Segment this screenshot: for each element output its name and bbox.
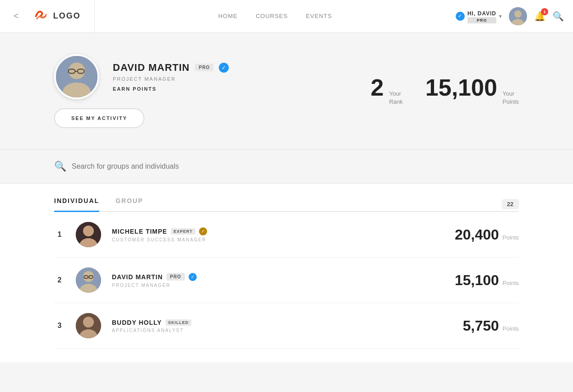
- tab-group[interactable]: GROUP: [116, 197, 143, 212]
- item-info-3: BUDDY HOLLY SKILLED APPLICATIONS ANALYST: [112, 319, 452, 333]
- verified-icon: ✓: [456, 12, 465, 21]
- main-nav: HOME COURSES EVENTS: [95, 13, 456, 19]
- item-points-group-1: 20,400 Points: [455, 226, 519, 243]
- profile-banner: DAVID MARTIN PRO ✓ PROJECT MANAGER EARN …: [0, 32, 573, 150]
- points-label-2: Points: [503, 280, 519, 286]
- avatar-3: [76, 313, 101, 338]
- back-button[interactable]: <: [9, 11, 23, 21]
- search-icon[interactable]: 🔍: [553, 11, 564, 22]
- item-name-row-1: MICHELE TIMPE EXPERT ✓: [112, 227, 444, 235]
- rank-2: 2: [54, 276, 65, 284]
- logo-text: LOGO: [53, 11, 81, 21]
- svg-point-5: [69, 62, 85, 79]
- rank-number: 2: [371, 76, 384, 99]
- search-section: 🔍: [0, 150, 573, 184]
- item-points-3: 5,750: [463, 318, 499, 334]
- points-label-3: Points: [503, 325, 519, 332]
- tab-individual[interactable]: INDIVIDUAL: [54, 197, 99, 212]
- avatar-1-image: [76, 222, 101, 247]
- item-name-3: BUDDY HOLLY: [112, 319, 162, 326]
- points-label: YourPoints: [503, 90, 519, 106]
- nav-courses[interactable]: COURSES: [256, 13, 288, 19]
- rank-stat: 2 YourRank: [371, 76, 403, 106]
- leaderboard-list: 1 MICHELE TIMPE EXPERT ✓ CUSTOMER SUCCES…: [54, 212, 519, 349]
- chevron-down-icon: ▾: [499, 13, 502, 19]
- profile-verified-icon: ✓: [219, 63, 229, 73]
- svg-point-20: [83, 317, 94, 327]
- rank-3: 3: [54, 322, 65, 330]
- item-name-2: DAVID MARTIN: [112, 273, 163, 281]
- profile-title: PROJECT MANAGER: [113, 76, 229, 82]
- avatar-1: [76, 222, 101, 247]
- profile-top-row: DAVID MARTIN PRO ✓ PROJECT MANAGER EARN …: [54, 54, 229, 99]
- item-title-3: APPLICATIONS ANALYST: [112, 328, 452, 333]
- item-points-group-2: 15,100 Points: [455, 272, 519, 289]
- header-pro-badge: PRO: [467, 17, 496, 23]
- avatar-header-image: [509, 7, 527, 25]
- skilled-badge-3: SKILLED: [166, 319, 192, 326]
- table-row: 2 DAVID MARTIN PRO ✓ PROJECT MANAGER: [54, 258, 519, 303]
- nav-home[interactable]: HOME: [218, 13, 238, 19]
- logo-icon: [32, 8, 50, 25]
- table-row: 3 BUDDY HOLLY SKILLED APPLICATIONS ANALY…: [54, 303, 519, 349]
- item-name-1: MICHELE TIMPE: [112, 228, 167, 235]
- item-info-1: MICHELE TIMPE EXPERT ✓ CUSTOMER SUCCESS …: [112, 227, 444, 242]
- notification-badge: 1: [541, 8, 548, 15]
- tabs-row: INDIVIDUAL GROUP 22: [54, 197, 519, 212]
- item-title-1: CUSTOMER SUCCESS MANAGER: [112, 237, 444, 242]
- rank-1: 1: [54, 231, 65, 239]
- greeting-info: HI, DAVID PRO: [467, 9, 496, 23]
- svg-point-11: [83, 226, 94, 236]
- avatar-2-image: [76, 267, 101, 293]
- expert-badge-1: EXPERT: [171, 228, 195, 235]
- search-input[interactable]: [72, 162, 252, 171]
- profile-name-row: DAVID MARTIN PRO ✓: [113, 62, 229, 74]
- item-points-group-3: 5,750 Points: [463, 318, 519, 334]
- rank-label: YourRank: [389, 90, 402, 106]
- profile-wrapper: DAVID MARTIN PRO ✓ PROJECT MANAGER EARN …: [54, 54, 229, 128]
- item-info-2: DAVID MARTIN PRO ✓ PROJECT MANAGER: [112, 273, 444, 288]
- pro-badge-2: PRO: [166, 273, 185, 281]
- total-count: 22: [502, 199, 519, 209]
- svg-point-14: [83, 271, 94, 282]
- item-points-1: 20,400: [455, 226, 499, 243]
- verified-blue-2: ✓: [189, 273, 197, 281]
- nav-events[interactable]: EVENTS: [306, 13, 332, 19]
- profile-actions: SEE MY ACTIVITY: [54, 108, 229, 128]
- header-right: ✓ HI, DAVID PRO ▾ 🔔 1 🔍: [456, 7, 564, 25]
- search-bar: 🔍: [54, 161, 519, 172]
- points-number: 15,100: [425, 76, 497, 99]
- points-label-1: Points: [503, 234, 519, 241]
- table-row: 1 MICHELE TIMPE EXPERT ✓ CUSTOMER SUCCES…: [54, 212, 519, 258]
- profile-avatar-image: [56, 54, 97, 99]
- points-stat: 15,100 YourPoints: [425, 76, 519, 106]
- notification-bell[interactable]: 🔔 1: [534, 11, 545, 22]
- svg-point-2: [514, 10, 522, 18]
- profile-name: DAVID MARTIN: [113, 62, 189, 74]
- item-points-2: 15,100: [455, 272, 499, 289]
- profile-pro-badge: PRO: [195, 64, 213, 71]
- profile-avatar: [54, 54, 99, 99]
- search-bar-icon: 🔍: [54, 161, 66, 172]
- avatar-2: [76, 267, 101, 293]
- avatar-3-image: [76, 313, 101, 338]
- verified-gold-1: ✓: [199, 227, 207, 235]
- item-name-row-2: DAVID MARTIN PRO ✓: [112, 273, 444, 281]
- item-name-row-3: BUDDY HOLLY SKILLED: [112, 319, 452, 326]
- header: < LOGO HOME COURSES EVENTS ✓ HI, DAVID P…: [0, 0, 573, 32]
- user-greeting[interactable]: ✓ HI, DAVID PRO ▾: [456, 9, 502, 23]
- leaderboard-section: INDIVIDUAL GROUP 22 1 MICHELE TIMPE EXPE…: [0, 184, 573, 362]
- greeting-text: HI, DAVID: [467, 10, 496, 17]
- profile-stats: 2 YourRank 15,100 YourPoints: [371, 76, 519, 106]
- earn-points-link[interactable]: EARN POINTS: [113, 86, 229, 92]
- item-title-2: PROJECT MANAGER: [112, 283, 444, 288]
- logo: LOGO: [32, 0, 95, 32]
- see-activity-button[interactable]: SEE MY ACTIVITY: [54, 108, 144, 128]
- profile-info: DAVID MARTIN PRO ✓ PROJECT MANAGER EARN …: [113, 62, 229, 92]
- avatar-header[interactable]: [509, 7, 527, 25]
